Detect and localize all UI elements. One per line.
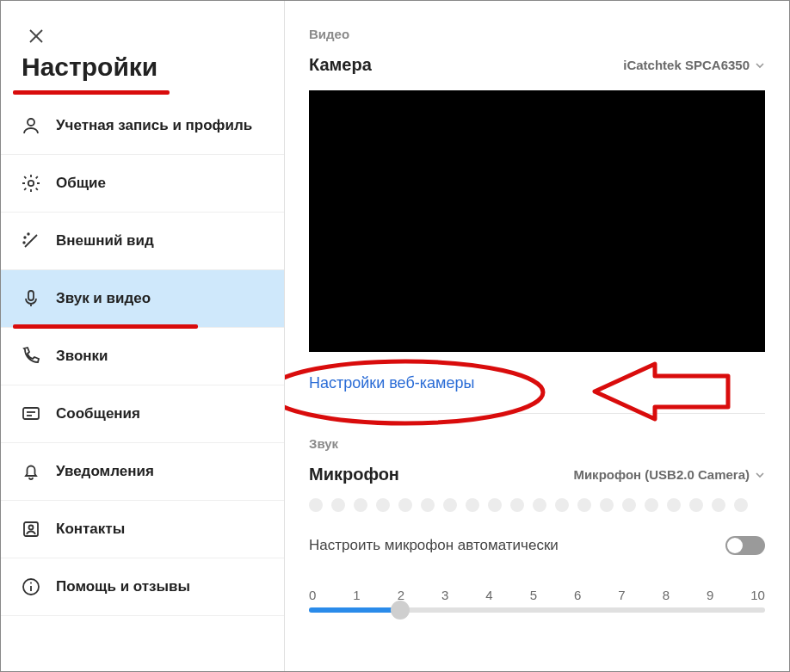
settings-sidebar: Настройки Учетная запись и профиль <box>1 1 285 671</box>
sidebar-item-notifications[interactable]: Уведомления <box>1 443 284 501</box>
camera-preview <box>309 90 765 352</box>
sidebar-item-label: Звонки <box>56 347 108 365</box>
microphone-label: Микрофон <box>309 465 399 484</box>
svg-point-15 <box>30 583 32 584</box>
slider-tick-labels: 0 1 2 3 4 5 6 7 8 9 10 <box>309 588 765 602</box>
sidebar-item-label: Внешний вид <box>56 231 154 250</box>
settings-menu: Учетная запись и профиль Общие <box>1 97 284 616</box>
svg-point-6 <box>23 242 25 244</box>
sidebar-item-appearance[interactable]: Внешний вид <box>1 213 284 270</box>
svg-point-5 <box>28 233 29 235</box>
auto-adjust-mic-label: Настроить микрофон автоматически <box>309 537 559 554</box>
sidebar-item-calls[interactable]: Звонки <box>1 328 284 385</box>
wand-icon <box>20 230 42 252</box>
svg-point-3 <box>28 181 34 186</box>
chat-icon <box>20 403 42 425</box>
sidebar-item-label: Уведомления <box>56 462 154 480</box>
microphone-device-name: Микрофон (USB2.0 Camera) <box>573 467 750 482</box>
sidebar-item-label: Помощь и отзывы <box>56 577 190 595</box>
sidebar-item-account[interactable]: Учетная запись и профиль <box>1 97 284 155</box>
svg-point-12 <box>29 526 34 530</box>
info-icon <box>20 576 42 598</box>
slider-thumb[interactable] <box>391 601 410 620</box>
close-button[interactable] <box>27 27 46 46</box>
close-icon <box>28 28 44 44</box>
annotation-underline-title <box>13 90 170 95</box>
sidebar-item-label: Учетная запись и профиль <box>56 116 252 134</box>
sidebar-item-help[interactable]: Помощь и отзывы <box>1 558 284 616</box>
microphone-select[interactable]: Микрофон (USB2.0 Camera) <box>573 467 765 482</box>
chevron-down-icon <box>755 60 765 71</box>
settings-title: Настройки <box>22 52 263 85</box>
phone-icon <box>20 345 42 367</box>
sidebar-item-general[interactable]: Общие <box>1 155 284 213</box>
microphone-icon <box>20 287 42 310</box>
svg-point-2 <box>28 119 34 126</box>
sidebar-item-contacts[interactable]: Контакты <box>1 501 284 558</box>
chevron-down-icon <box>755 470 765 480</box>
svg-point-4 <box>24 237 26 238</box>
svg-rect-7 <box>28 291 34 300</box>
sidebar-item-label: Сообщения <box>56 404 140 422</box>
person-icon <box>20 114 42 137</box>
sidebar-item-label: Общие <box>56 174 106 192</box>
sidebar-item-label: Звук и видео <box>56 289 151 307</box>
camera-device-name: iCatchtek SPCA6350 <box>623 58 750 72</box>
audio-section-label: Звук <box>309 436 765 451</box>
mic-volume-slider[interactable]: 0 1 2 3 4 5 6 7 8 9 10 <box>309 572 765 613</box>
microphone-level-meter <box>309 498 765 512</box>
bell-icon <box>20 460 42 483</box>
svg-rect-8 <box>23 408 39 419</box>
video-section-label: Видео <box>309 27 765 41</box>
gear-icon <box>20 172 42 194</box>
webcam-settings-link[interactable]: Настройки веб-камеры <box>309 374 474 391</box>
contacts-icon <box>20 518 42 540</box>
sidebar-item-audio-video[interactable]: Звук и видео <box>1 270 284 328</box>
main-panel: Видео Камера iCatchtek SPCA6350 Настройк… <box>285 1 789 671</box>
camera-select[interactable]: iCatchtek SPCA6350 <box>623 58 765 72</box>
camera-label: Камера <box>309 55 372 75</box>
auto-adjust-mic-toggle[interactable] <box>725 536 765 555</box>
sidebar-item-label: Контакты <box>56 520 125 538</box>
sidebar-item-messages[interactable]: Сообщения <box>1 385 284 443</box>
